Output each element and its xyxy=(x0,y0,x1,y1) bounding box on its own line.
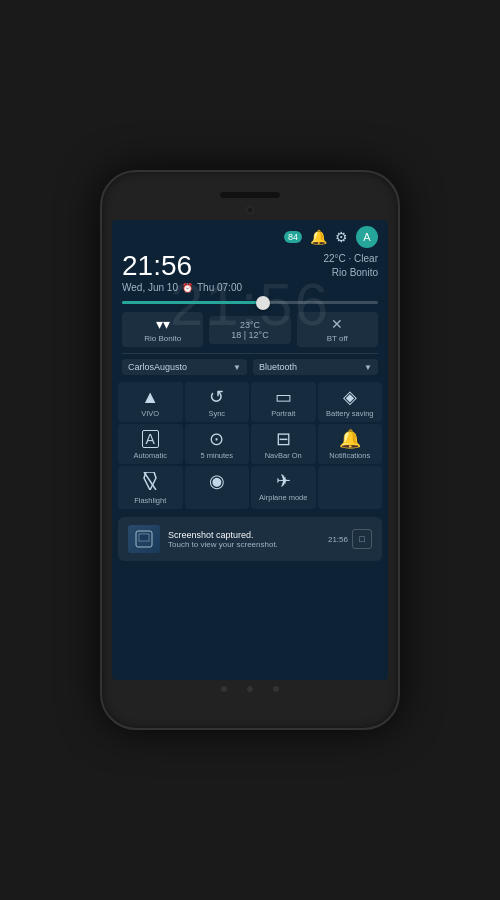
date-row: Wed, Jun 10 ⏰ Thu 07:00 xyxy=(122,282,242,293)
phone-shell: 21:56 84 🔔 ⚙ A 21:56 Wed, Jun 10 ⏰ Thu 0… xyxy=(100,170,400,730)
chevron-down-icon: ▼ xyxy=(233,363,241,372)
phone-screen: 21:56 84 🔔 ⚙ A 21:56 Wed, Jun 10 ⏰ Thu 0… xyxy=(112,220,388,680)
notification-content: Screenshot captured. Touch to view your … xyxy=(168,530,320,549)
portrait-icon: ▭ xyxy=(275,388,292,406)
vivo-label: VIVO xyxy=(141,409,159,418)
bluetooth-label: BT off xyxy=(327,334,348,343)
wifi-tile[interactable]: ▾▾ Rio Bonito xyxy=(122,312,203,347)
weather-temp: 22°C · Clear xyxy=(323,252,378,266)
notification-time: 21:56 xyxy=(328,535,348,544)
dropdown-row: CarlosAugusto ▼ Bluetooth ▼ xyxy=(112,356,388,378)
phone-speaker xyxy=(220,192,280,198)
empty-tile xyxy=(318,466,383,509)
chevron-down-icon-2: ▼ xyxy=(364,363,372,372)
sync-tile[interactable]: ↺ Sync xyxy=(185,382,250,422)
home-dot-3 xyxy=(273,686,279,692)
sync-label: Sync xyxy=(208,409,225,418)
notifications-tile[interactable]: 🔔 Notifications xyxy=(318,424,383,464)
vivo-icon: ▲ xyxy=(141,388,159,406)
home-dot-2 xyxy=(247,686,253,692)
data-badge: 84 xyxy=(284,231,302,243)
notification-actions: 21:56 □ xyxy=(328,529,372,549)
weather-block: 22°C · Clear Rio Bonito xyxy=(323,252,378,280)
battery-saving-tile[interactable]: ◈ Battery saving xyxy=(318,382,383,422)
automatic-tile[interactable]: A Automatic xyxy=(118,424,183,464)
current-time: 21:56 xyxy=(122,252,242,280)
wifi-icon: ▾▾ xyxy=(156,316,170,332)
automatic-icon: A xyxy=(142,430,159,448)
bluetooth-dropdown[interactable]: Bluetooth ▼ xyxy=(253,359,378,375)
notifications-icon: 🔔 xyxy=(339,430,361,448)
notification-action-icon: □ xyxy=(359,534,364,544)
thumbnail-image xyxy=(128,525,160,553)
notification-bar[interactable]: Screenshot captured. Touch to view your … xyxy=(118,517,382,561)
temp-display: 23°C 18 | 12°C xyxy=(231,320,268,340)
notifications-label: Notifications xyxy=(329,451,370,460)
weather-location: Rio Bonito xyxy=(323,266,378,280)
notification-thumbnail xyxy=(128,525,160,553)
brightness-thumb[interactable] xyxy=(256,296,270,310)
notification-action-button[interactable]: □ xyxy=(352,529,372,549)
portrait-tile[interactable]: ▭ Portrait xyxy=(251,382,316,422)
temp-tile: 23°C 18 | 12°C xyxy=(209,316,290,344)
date-text: Wed, Jun 10 xyxy=(122,282,178,293)
flashlight-label: Flashlight xyxy=(134,496,166,505)
notification-subtitle: Touch to view your screenshot. xyxy=(168,540,320,549)
status-tiles-row: ▾▾ Rio Bonito 23°C 18 | 12°C ✕ BT off xyxy=(112,310,388,351)
airplane-mode-tile[interactable]: ✈ Airplane mode xyxy=(251,466,316,509)
extra-tile-1[interactable]: ◉ xyxy=(185,466,250,509)
timer-label: 5 minutes xyxy=(200,451,233,460)
battery-saving-icon: ◈ xyxy=(343,388,357,406)
phone-home-bar xyxy=(112,680,388,694)
extra-icon-1: ◉ xyxy=(209,472,225,490)
phone-camera xyxy=(246,206,254,214)
navbar-icon: ⊟ xyxy=(276,430,291,448)
brightness-fill xyxy=(122,301,263,304)
automatic-label: Automatic xyxy=(134,451,167,460)
gear-icon[interactable]: ⚙ xyxy=(335,229,348,245)
temp-low: 18 | 12°C xyxy=(231,330,268,340)
notification-title: Screenshot captured. xyxy=(168,530,320,540)
avatar[interactable]: A xyxy=(356,226,378,248)
brightness-row xyxy=(112,297,388,310)
wifi-label: Rio Bonito xyxy=(144,334,181,343)
divider-1 xyxy=(122,353,378,354)
battery-saving-label: Battery saving xyxy=(326,409,374,418)
flashlight-icon xyxy=(142,472,158,493)
network-label: CarlosAugusto xyxy=(128,362,187,372)
timer-icon: ⊙ xyxy=(209,430,224,448)
airplane-mode-label: Airplane mode xyxy=(259,493,307,502)
bluetooth-tile[interactable]: ✕ BT off xyxy=(297,312,378,347)
navbar-tile[interactable]: ⊟ NavBar On xyxy=(251,424,316,464)
bluetooth-dropdown-label: Bluetooth xyxy=(259,362,297,372)
home-dot xyxy=(221,686,227,692)
bluetooth-icon: ✕ xyxy=(331,316,343,332)
navbar-label: NavBar On xyxy=(265,451,302,460)
svg-rect-3 xyxy=(139,534,149,541)
bell-icon[interactable]: 🔔 xyxy=(310,229,327,245)
time-block: 21:56 Wed, Jun 10 ⏰ Thu 07:00 xyxy=(122,252,242,293)
vivo-tile[interactable]: ▲ VIVO xyxy=(118,382,183,422)
network-dropdown[interactable]: CarlosAugusto ▼ xyxy=(122,359,247,375)
quick-settings-grid: ▲ VIVO ↺ Sync ▭ Portrait ◈ Battery savin… xyxy=(112,378,388,513)
top-bar: 84 🔔 ⚙ A xyxy=(112,220,388,252)
alarm-icon: ⏰ xyxy=(182,283,193,293)
time-weather-row: 21:56 Wed, Jun 10 ⏰ Thu 07:00 22°C · Cle… xyxy=(112,252,388,297)
brightness-slider[interactable] xyxy=(122,301,378,304)
timer-tile[interactable]: ⊙ 5 minutes xyxy=(185,424,250,464)
airplane-mode-icon: ✈ xyxy=(276,472,291,490)
portrait-label: Portrait xyxy=(271,409,295,418)
temp-high: 23°C xyxy=(240,320,260,330)
screen-content: 84 🔔 ⚙ A 21:56 Wed, Jun 10 ⏰ Thu 07:00 2… xyxy=(112,220,388,680)
flashlight-tile[interactable]: Flashlight xyxy=(118,466,183,509)
sync-icon: ↺ xyxy=(209,388,224,406)
alarm-time: Thu 07:00 xyxy=(197,282,242,293)
